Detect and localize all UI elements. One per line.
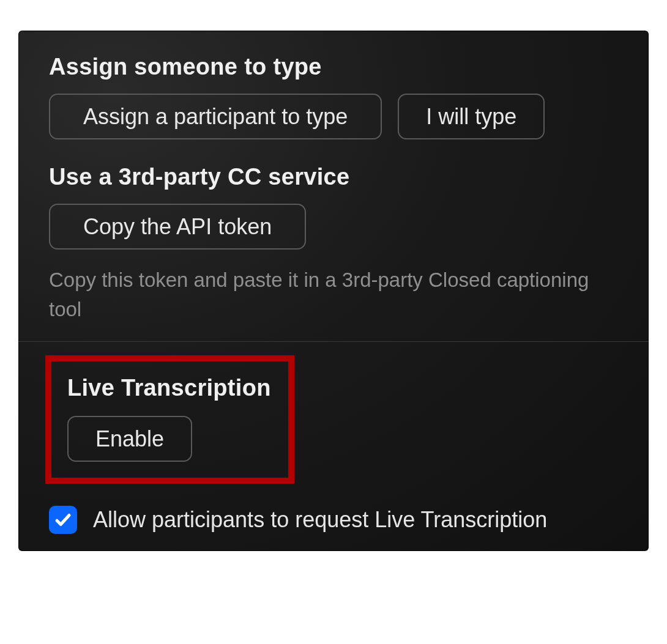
enable-live-transcription-button[interactable]: Enable bbox=[67, 416, 192, 462]
assign-button-row: Assign a participant to type I will type bbox=[49, 94, 618, 139]
copy-api-token-button[interactable]: Copy the API token bbox=[49, 204, 306, 250]
heading-3rd-party-cc: Use a 3rd-party CC service bbox=[49, 164, 618, 190]
check-icon bbox=[54, 511, 72, 529]
section-assign-typer: Assign someone to type Assign a particip… bbox=[18, 31, 649, 341]
allow-request-row: Allow participants to request Live Trans… bbox=[49, 506, 618, 534]
cc-settings-panel: Assign someone to type Assign a particip… bbox=[18, 31, 649, 551]
assign-participant-button[interactable]: Assign a participant to type bbox=[49, 94, 382, 139]
copy-token-helper-text: Copy this token and paste it in a 3rd-pa… bbox=[49, 265, 594, 324]
live-transcription-highlight: Live Transcription Enable bbox=[45, 355, 294, 484]
allow-request-label: Allow participants to request Live Trans… bbox=[93, 507, 547, 533]
i-will-type-button[interactable]: I will type bbox=[398, 94, 545, 139]
heading-live-transcription: Live Transcription bbox=[67, 375, 271, 401]
allow-request-checkbox[interactable] bbox=[49, 506, 77, 534]
heading-assign-typer: Assign someone to type bbox=[49, 54, 618, 80]
copy-token-row: Copy the API token bbox=[49, 204, 618, 250]
section-live-transcription: Live Transcription Enable Allow particip… bbox=[18, 341, 649, 551]
